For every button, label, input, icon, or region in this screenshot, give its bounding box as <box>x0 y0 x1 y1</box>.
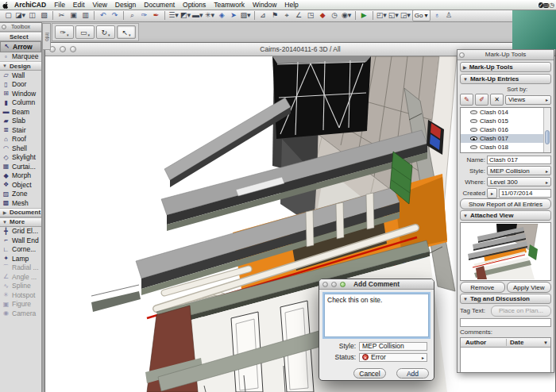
author-column-header[interactable]: Author <box>461 339 507 346</box>
tool-beam[interactable]: ▬ Beam <box>0 107 41 117</box>
section-attached-view[interactable]: ▼ Attached View <box>460 210 551 221</box>
toolbox-title-bar[interactable]: Toolbox <box>0 23 41 32</box>
toolbar-separator[interactable] <box>254 11 255 20</box>
delete-entry-button[interactable]: ✕ <box>490 94 504 106</box>
entries-scrollbar[interactable] <box>543 108 550 152</box>
apple-menu-icon[interactable] <box>0 1 10 8</box>
tool-corner-window[interactable]: ∟ Corne... <box>0 245 41 255</box>
new-project-icon[interactable]: ▢ <box>3 10 14 21</box>
sun-study-icon[interactable]: ◷ <box>330 10 340 21</box>
menu-archicad[interactable]: ArchiCAD <box>10 1 50 9</box>
origin-icon[interactable]: ⌖ <box>282 10 292 21</box>
markup-palette-title-bar[interactable]: Mark-Up Tools <box>458 50 554 60</box>
tool-angle-dimension[interactable]: ∠ Angle ... <box>0 272 41 282</box>
comment-textarea[interactable]: Check this on site. <box>324 294 429 337</box>
pick-up-parameters-icon[interactable]: ✑ <box>139 10 149 21</box>
apply-view-button[interactable]: Apply View <box>507 282 552 293</box>
toolbar-separator[interactable] <box>52 11 53 20</box>
markup-entry-row[interactable]: Clash 014 <box>461 108 544 117</box>
toolbox-section-design[interactable]: ▼ Design <box>0 61 41 71</box>
markup-entry-row[interactable]: Clash 018 <box>461 143 544 152</box>
tool-wall[interactable]: ▱ Wall <box>0 71 41 80</box>
marquee-tool-button[interactable]: ▭▾ <box>75 25 95 39</box>
sync-status-icon[interactable]: ✓ <box>539 2 543 8</box>
tool-shell[interactable]: ◠ Shell <box>0 144 41 153</box>
3d-window-icon[interactable]: ◱▾ <box>388 10 399 21</box>
options-menu-icon[interactable]: ☰▾ <box>168 10 179 21</box>
menu-options[interactable]: Options <box>179 1 210 9</box>
visibility-eye-icon[interactable] <box>470 119 477 123</box>
tool-spline[interactable]: ∿ Spline <box>0 282 41 291</box>
tool-hotspot[interactable]: ✳ Hotspot <box>0 290 41 300</box>
snap-options-icon[interactable]: ✳▾ <box>205 10 215 21</box>
menu-file[interactable]: File <box>50 1 69 9</box>
created-date-field[interactable]: 11/07/2014 <box>499 189 551 198</box>
toolbox-section-select[interactable]: Select <box>0 32 41 41</box>
tool-stair[interactable]: ≣ Stair <box>0 125 41 135</box>
menu-window[interactable]: Window <box>249 1 280 9</box>
input-menu-icon[interactable]: ⌨ <box>543 3 549 8</box>
close-palette-button[interactable] <box>459 52 465 58</box>
menu-design[interactable]: Design <box>111 1 140 9</box>
sort-views-dropdown[interactable]: Views ▸ <box>505 95 551 105</box>
toolbar-separator[interactable] <box>94 11 95 20</box>
undo-icon[interactable]: ↶ <box>98 10 108 21</box>
tool-zone[interactable]: ▨ Zone <box>0 190 41 199</box>
visibility-eye-icon[interactable] <box>470 110 477 114</box>
menu-document[interactable]: Document <box>140 1 179 9</box>
open-project-icon[interactable]: ◪▾ <box>15 10 25 21</box>
tool-figure[interactable]: ▣ Figure <box>0 300 41 309</box>
menu-view[interactable]: View <box>89 1 111 9</box>
tool-door[interactable]: ▯ Door <box>0 80 41 90</box>
toolbar-separator[interactable] <box>355 11 356 20</box>
save-icon[interactable]: ◫ <box>27 10 37 21</box>
cut-icon[interactable]: ✂ <box>56 10 67 21</box>
cancel-button[interactable]: Cancel <box>353 368 386 379</box>
status-dropdown[interactable]: ✕ Error ▸ <box>359 353 427 362</box>
markup-entry-row[interactable]: Clash 016 <box>461 125 544 134</box>
quick-views-icon[interactable]: ◰▾ <box>376 10 387 21</box>
walk-mode-icon[interactable]: ◆ <box>318 10 328 21</box>
created-popup-button[interactable]: ▸ <box>487 188 497 198</box>
markup-entry-row[interactable]: Clash 015 <box>461 117 544 125</box>
toolbar-separator[interactable] <box>164 11 165 20</box>
tool-lamp[interactable]: ✦ Lamp <box>0 254 41 263</box>
go-menu[interactable]: Go ▾ <box>412 10 431 21</box>
section-tag-discussion[interactable]: ▼ Tag and Discussion <box>460 294 551 304</box>
copy-icon[interactable]: ▣ <box>68 10 79 21</box>
entry-name-field[interactable]: Clash 017 <box>487 156 551 164</box>
markup-entry-row[interactable]: Clash 017 <box>461 134 544 143</box>
menu-edit[interactable]: Edit <box>69 1 89 9</box>
view-cube-icon[interactable]: ◳ <box>306 10 316 21</box>
measure-icon[interactable]: ⊿ <box>258 10 268 21</box>
highlight-entry-button[interactable]: ✐ <box>475 94 488 106</box>
start-icon[interactable]: ▶ <box>359 10 369 21</box>
display-options-icon[interactable]: ◩▾ <box>180 10 191 21</box>
tool-wall-end[interactable]: ⌐ Wall End <box>0 236 41 245</box>
info-box-tab[interactable]: Info <box>42 23 51 50</box>
dialog-title-bar[interactable]: Add Comment <box>319 279 434 290</box>
toolbar-separator[interactable] <box>123 11 124 20</box>
tag-text-field[interactable] <box>460 318 551 327</box>
guide-lines-icon[interactable]: ◈ <box>217 10 227 21</box>
remove-view-button[interactable]: Remove <box>460 282 505 293</box>
inject-parameters-icon[interactable]: ✒ <box>151 10 161 21</box>
tool-grid-element[interactable]: ╋ Grid El... <box>0 227 41 236</box>
marquee-options-icon[interactable]: ▨▾ <box>241 10 251 21</box>
add-button[interactable]: Add <box>396 368 429 379</box>
structure-display-icon[interactable]: ▬▾ <box>192 10 203 21</box>
print-icon[interactable]: ▧ <box>39 10 49 21</box>
flag-icon[interactable]: ⚑ <box>270 10 280 21</box>
style-dropdown[interactable]: MEP Collision ▸ <box>487 166 551 175</box>
scrollbar-thumb[interactable] <box>545 130 550 144</box>
paste-icon[interactable]: ▥ <box>80 10 91 21</box>
comments-table-header[interactable]: Author Date ▼ <box>461 338 550 348</box>
menu-teamwork[interactable]: Teamwork <box>210 1 249 9</box>
tool-roof[interactable]: ⌂ Roof <box>0 135 41 144</box>
menu-help[interactable]: Help <box>280 1 302 9</box>
tool-object[interactable]: ❖ Object <box>0 180 41 190</box>
section-markup-tools[interactable]: ▶ Mark-Up Tools <box>460 62 551 72</box>
visualization-icon[interactable]: ◉▾ <box>342 10 352 21</box>
dimension-tool-button[interactable]: ✑▾ <box>55 25 74 39</box>
arrow-tool-button[interactable]: ↖▾ <box>117 25 136 39</box>
